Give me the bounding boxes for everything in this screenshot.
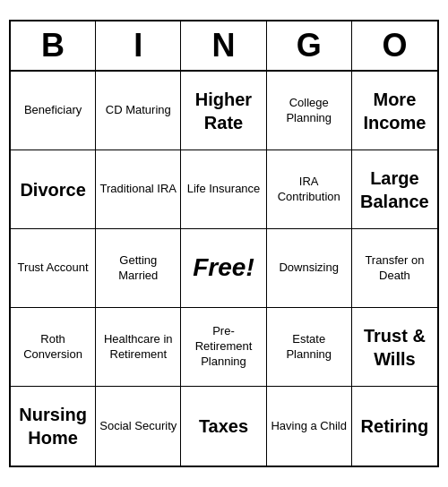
bingo-cell-8: IRA Contribution: [267, 150, 352, 229]
bingo-cell-23: Having a Child: [267, 387, 352, 466]
bingo-cell-19: Trust & Wills: [352, 308, 437, 387]
bingo-grid: BeneficiaryCD MaturingHigher RateCollege…: [11, 72, 437, 466]
bingo-cell-12: Free!: [181, 229, 266, 308]
bingo-cell-11: Getting Married: [96, 229, 181, 308]
bingo-cell-10: Trust Account: [11, 229, 96, 308]
bingo-cell-14: Transfer on Death: [352, 229, 437, 308]
bingo-cell-22: Taxes: [181, 387, 266, 466]
bingo-cell-16: Healthcare in Retirement: [96, 308, 181, 387]
bingo-cell-1: CD Maturing: [96, 72, 181, 150]
bingo-header: BINGO: [11, 21, 437, 72]
bingo-cell-9: Large Balance: [352, 150, 437, 229]
bingo-cell-15: Roth Conversion: [11, 308, 96, 387]
bingo-cell-20: Nursing Home: [11, 387, 96, 466]
bingo-letter-n: N: [181, 21, 266, 70]
bingo-cell-5: Divorce: [11, 150, 96, 229]
bingo-cell-21: Social Security: [96, 387, 181, 466]
bingo-cell-13: Downsizing: [267, 229, 352, 308]
bingo-letter-g: G: [267, 21, 352, 70]
bingo-cell-4: More Income: [352, 72, 437, 150]
bingo-cell-2: Higher Rate: [181, 72, 266, 150]
bingo-cell-17: Pre-Retirement Planning: [181, 308, 266, 387]
bingo-cell-18: Estate Planning: [267, 308, 352, 387]
bingo-letter-i: I: [96, 21, 181, 70]
bingo-cell-0: Beneficiary: [11, 72, 96, 150]
bingo-cell-24: Retiring: [352, 387, 437, 466]
bingo-cell-3: College Planning: [267, 72, 352, 150]
bingo-cell-6: Traditional IRA: [96, 150, 181, 229]
bingo-cell-7: Life Insurance: [181, 150, 266, 229]
bingo-card: BINGO BeneficiaryCD MaturingHigher RateC…: [9, 20, 439, 467]
bingo-letter-b: B: [11, 21, 96, 70]
bingo-letter-o: O: [352, 21, 437, 70]
